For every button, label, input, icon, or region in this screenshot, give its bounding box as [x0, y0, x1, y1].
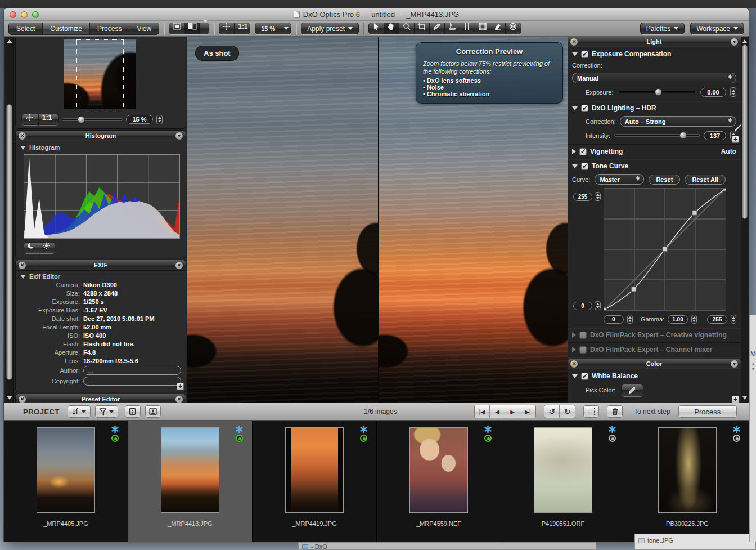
virtual-copy-button[interactable]: [583, 405, 599, 418]
filmstrip-item[interactable]: _MRP4413.JPG: [128, 421, 253, 542]
tab-customize[interactable]: Customize: [43, 23, 90, 34]
sort-button[interactable]: [68, 405, 91, 418]
slider-knob[interactable]: [655, 88, 662, 96]
navigator-thumbnail[interactable]: [64, 39, 136, 109]
zoom-tool-icon[interactable]: [399, 23, 415, 34]
shadow-clipping-icon[interactable]: [24, 242, 39, 254]
close-palette-icon[interactable]: ✕: [19, 262, 26, 269]
curve-out-min-field[interactable]: 0: [573, 302, 592, 310]
highlight-clipping-icon[interactable]: [39, 242, 55, 254]
scrollbar-thumb[interactable]: [742, 44, 748, 219]
filter-button[interactable]: [95, 405, 118, 418]
disclosure-icon[interactable]: [20, 275, 26, 279]
left-panel-scrollbar[interactable]: [5, 37, 14, 403]
intensity-slider[interactable]: [614, 132, 700, 139]
workspace-button[interactable]: Workspace: [690, 23, 744, 34]
white-balance-checkbox[interactable]: [581, 373, 588, 380]
disclosure-icon[interactable]: [572, 106, 578, 110]
scroll-up-icon[interactable]: [7, 39, 12, 43]
pointer-tool-icon[interactable]: [369, 23, 384, 34]
last-image-button[interactable]: ▶|: [520, 405, 536, 418]
zoom-level-dropdown[interactable]: 15 %: [255, 23, 291, 34]
filmstrip-item[interactable]: _MRP4405.JPG: [4, 421, 128, 542]
color-palette-header[interactable]: ✕ Color ▾: [568, 359, 741, 369]
close-palette-icon[interactable]: ✕: [570, 38, 578, 46]
eyedropper-tool-icon[interactable]: [430, 23, 445, 34]
crop-tool-icon[interactable]: [415, 23, 430, 34]
disclosure-icon[interactable]: [572, 164, 578, 168]
disclosure-icon[interactable]: [572, 374, 578, 378]
first-image-button[interactable]: |◀: [475, 405, 490, 418]
zoom-stepper[interactable]: [156, 115, 163, 124]
fit-screen-icon[interactable]: [219, 23, 235, 34]
filmstrip-item[interactable]: _MRP4419.JPG: [253, 421, 377, 542]
view-mode-menu-icon[interactable]: [200, 23, 209, 34]
curve-control-point[interactable]: [604, 308, 606, 310]
pick-color-eyedropper-button[interactable]: [621, 384, 644, 396]
exposure-value-field[interactable]: 0.00: [700, 88, 726, 97]
gamma-stepper[interactable]: [691, 315, 697, 324]
collapse-palette-icon[interactable]: ▾: [176, 262, 183, 269]
image-info-button[interactable]: [125, 405, 141, 418]
scroll-down-icon[interactable]: [742, 396, 747, 400]
fit-screen-icon[interactable]: [22, 114, 39, 126]
filmstrip-item[interactable]: P4190551.ORF: [501, 421, 626, 542]
intensity-value-field[interactable]: 137: [704, 131, 726, 140]
single-view-icon[interactable]: [169, 23, 184, 34]
slider-knob[interactable]: [680, 132, 687, 139]
previous-image-button[interactable]: ◀: [490, 405, 505, 418]
title-bar[interactable]: DxO Optics Pro 6 — untitled — _MRP4413.J…: [4, 8, 749, 21]
tab-select[interactable]: Select: [9, 23, 43, 34]
redo-button[interactable]: ↻: [560, 405, 575, 418]
horizon-tool-icon[interactable]: [445, 23, 460, 34]
collapse-palette-icon[interactable]: ▾: [731, 38, 738, 46]
dxo-lighting-checkbox[interactable]: [581, 105, 588, 112]
apply-preset-button[interactable]: Apply preset: [301, 23, 359, 34]
trash-button[interactable]: [607, 405, 623, 418]
tone-curve-checkbox[interactable]: [581, 163, 588, 170]
exposure-slider[interactable]: [618, 88, 696, 96]
filmstrip-item[interactable]: _MRP4559.NEF: [377, 421, 501, 542]
filmpack-channel-mixer-checkbox[interactable]: [579, 346, 587, 354]
curve-in-max-field[interactable]: 255: [707, 315, 727, 324]
histogram-section-title[interactable]: Histogram: [20, 144, 181, 151]
exif-palette-header[interactable]: ✕ EXIF ▾: [16, 260, 186, 271]
lighting-correction-dropdown[interactable]: Auto – Strong: [620, 116, 736, 127]
palettes-button[interactable]: Palettes: [640, 23, 685, 34]
navigator-crop-rect[interactable]: [76, 39, 124, 109]
zoom-menu-icon[interactable]: [281, 23, 291, 34]
zoom-slider[interactable]: [62, 116, 123, 123]
collapse-palette-icon[interactable]: ▾: [731, 360, 738, 368]
scrollbar-thumb[interactable]: [6, 104, 12, 380]
image-thumbnail[interactable]: [161, 427, 219, 513]
disclosure-icon[interactable]: [572, 332, 576, 338]
right-panel-scrollbar[interactable]: [741, 37, 749, 403]
image-thumbnail[interactable]: [534, 427, 592, 513]
zoom-1-1-button[interactable]: 1:1: [235, 23, 250, 34]
reset-all-button[interactable]: Reset All: [685, 175, 726, 185]
exposure-compensation-checkbox[interactable]: [581, 51, 588, 58]
add-metadata-button[interactable]: +: [177, 383, 184, 390]
dust-tool-icon[interactable]: [490, 23, 506, 34]
disclosure-icon[interactable]: [572, 52, 578, 56]
scroll-down-icon[interactable]: [7, 396, 12, 400]
disclosure-icon[interactable]: [572, 149, 576, 154]
add-correction-button[interactable]: +: [732, 136, 739, 143]
copyright-field[interactable]: ...: [83, 377, 181, 386]
tab-view[interactable]: View: [129, 23, 159, 34]
filmpack-vignetting-checkbox[interactable]: [579, 332, 587, 339]
gamma-field[interactable]: 1.00: [668, 315, 688, 324]
collapse-palette-icon[interactable]: ▾: [176, 132, 183, 140]
tab-process[interactable]: Process: [90, 23, 129, 34]
disclosure-icon[interactable]: [20, 146, 26, 150]
image-thumbnail[interactable]: [410, 427, 468, 513]
thumbnail-display-button[interactable]: [145, 405, 161, 418]
exposure-stepper[interactable]: [730, 87, 736, 97]
disclosure-icon[interactable]: [572, 347, 576, 352]
scroll-up-icon[interactable]: [742, 39, 747, 43]
next-image-button[interactable]: ▶: [505, 405, 520, 418]
curve-control-point[interactable]: [663, 247, 668, 252]
vignetting-checkbox[interactable]: [579, 148, 587, 155]
exif-section-title[interactable]: Exif Editor: [20, 273, 181, 280]
curve-in-min-stepper[interactable]: [627, 315, 633, 324]
